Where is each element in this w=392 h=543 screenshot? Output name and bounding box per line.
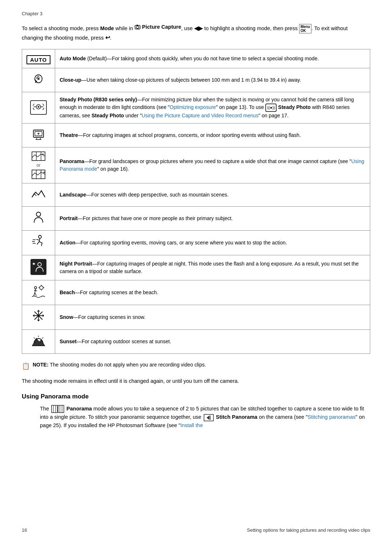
- table-row: Action—For capturing sporting events, mo…: [22, 230, 370, 255]
- page-number: 16: [22, 527, 27, 533]
- panorama-mode-link[interactable]: Using Panorama mode: [60, 158, 364, 172]
- section-heading: Using Panorama mode: [22, 393, 370, 400]
- chapter-label: Chapter 3: [22, 11, 42, 16]
- body-text: The shooting mode remains in effect unti…: [22, 377, 370, 385]
- snow-icon-cell: [22, 305, 55, 329]
- theatre-icon: [32, 127, 45, 141]
- beach-desc: Beach—For capturing scenes at the beach.: [55, 280, 370, 305]
- panorama-icon-cell: or: [22, 147, 55, 183]
- beach-icon-cell: [22, 280, 55, 305]
- action-icon-cell: [22, 230, 55, 255]
- steady-icon: [30, 100, 47, 115]
- svg-point-26: [34, 287, 37, 289]
- portrait-icon: [32, 210, 45, 224]
- table-row: Snow—For capturing scenes in snow.: [22, 305, 370, 329]
- chapter-header: Chapter 3: [22, 11, 370, 16]
- svg-rect-40: [58, 405, 64, 413]
- mode-bold: Mode: [100, 25, 114, 31]
- steady-icon-cell: [22, 92, 55, 123]
- table-row: Close-up—Use when taking close-up pictur…: [22, 68, 370, 92]
- camera-icon: [134, 24, 141, 30]
- table-row: or Panorama—For grand landscapes or grou…: [22, 147, 370, 183]
- table-row: AUTO Auto Mode (Default)—For taking good…: [22, 49, 370, 68]
- svg-point-21: [40, 286, 43, 289]
- menu-ok-badge: MenuOK: [299, 24, 311, 33]
- svg-rect-2: [136, 25, 138, 26]
- svg-marker-20: [32, 262, 35, 265]
- back-symbol: ↩: [105, 35, 110, 41]
- table-row: Beach—For capturing scenes at the beach.: [22, 280, 370, 305]
- panorama-icon-left: [31, 151, 46, 161]
- pano-inline-icon: [51, 405, 64, 413]
- panorama-icon-right: [31, 169, 46, 179]
- panorama-desc: Panorama—For grand landscapes or group p…: [55, 147, 370, 183]
- footer-description: Setting options for taking pictures and …: [247, 527, 370, 533]
- svg-line-34: [34, 337, 35, 339]
- svg-rect-37: [52, 405, 57, 413]
- intro-paragraph: To select a shooting mode, press Mode wh…: [22, 23, 370, 42]
- theatre-icon-cell: [22, 123, 55, 147]
- auto-icon-cell: AUTO: [22, 49, 55, 68]
- nightportrait-desc: Night Portrait—For capturing images of p…: [55, 255, 370, 280]
- table-row: Theatre—For capturing images at school p…: [22, 123, 370, 147]
- pano-or-text: or: [37, 162, 41, 169]
- closeup-icon-cell: [22, 68, 55, 92]
- snow-icon: [32, 309, 45, 323]
- steady-desc: Steady Photo (R830 series only)—For mini…: [55, 92, 370, 123]
- svg-line-35: [42, 337, 43, 339]
- svg-marker-32: [32, 338, 45, 346]
- section-body: The Panorama mode allows you to take a s…: [40, 405, 370, 429]
- note-icon: 📋: [22, 361, 30, 371]
- steady-inline-icon: ((●)): [265, 104, 277, 112]
- picture-capture-menus-link[interactable]: Using the Picture Capture and Video Reco…: [142, 113, 258, 118]
- nightportrait-svg: [32, 260, 45, 274]
- landscape-desc: Landscape—For scenes with deep perspecti…: [55, 183, 370, 206]
- svg-point-15: [38, 235, 41, 238]
- svg-point-3: [37, 78, 40, 80]
- landscape-icon-cell: [22, 183, 55, 206]
- table-row: Landscape—For scenes with deep perspecti…: [22, 183, 370, 206]
- svg-point-14: [36, 212, 41, 216]
- svg-point-19: [38, 263, 41, 266]
- table-row: Portrait—For pictures that have one or m…: [22, 206, 370, 230]
- closeup-desc: Close-up—Use when taking close-up pictur…: [55, 68, 370, 92]
- arrow-symbol: ◀▶: [194, 25, 203, 31]
- sunset-desc: Sunset—For capturing outdoor scenes at s…: [55, 329, 370, 353]
- nightportrait-icon: [30, 259, 46, 275]
- portrait-desc: Portrait—For pictures that have one or m…: [55, 206, 370, 230]
- stitch-inline-icon: [204, 414, 214, 421]
- table-row: Sunset—For capturing outdoor scenes at s…: [22, 329, 370, 353]
- auto-icon: AUTO: [26, 55, 50, 64]
- table-row: Steady Photo (R830 series only)—For mini…: [22, 92, 370, 123]
- panorama-icon-group: or: [26, 151, 50, 179]
- svg-marker-44: [207, 416, 209, 420]
- note-box: 📋 NOTE: The shooting modes do not apply …: [22, 361, 370, 371]
- svg-point-5: [38, 106, 40, 108]
- picture-capture-bold: Picture Capture: [142, 23, 181, 31]
- action-desc: Action—For capturing sporting events, mo…: [55, 230, 370, 255]
- closeup-icon: [32, 72, 45, 86]
- steady-icon-svg: [32, 101, 45, 112]
- auto-desc: Auto Mode (Default)—For taking good shot…: [55, 49, 370, 68]
- note-text: NOTE: The shooting modes do not apply wh…: [33, 361, 206, 369]
- sunset-icon-cell: [22, 329, 55, 353]
- sunset-icon: [31, 333, 46, 347]
- portrait-icon-cell: [22, 206, 55, 230]
- stitching-panoramas-link[interactable]: Stitching panoramas: [307, 414, 355, 420]
- theatre-desc: Theatre—For capturing images at school p…: [55, 123, 370, 147]
- modes-table: AUTO Auto Mode (Default)—For taking good…: [22, 49, 370, 354]
- action-icon: [31, 234, 46, 249]
- beach-icon: [31, 284, 46, 299]
- table-row: Night Portrait—For capturing images of p…: [22, 255, 370, 280]
- svg-point-1: [136, 26, 139, 29]
- snow-desc: Snow—For capturing scenes in snow.: [55, 305, 370, 329]
- optimizing-link[interactable]: Optimizing exposure: [170, 104, 216, 110]
- install-the-link[interactable]: Install the: [180, 422, 203, 428]
- landscape-icon: [31, 187, 46, 200]
- footer: 16 Setting options for taking pictures a…: [22, 527, 370, 533]
- nightportrait-icon-cell: [22, 255, 55, 280]
